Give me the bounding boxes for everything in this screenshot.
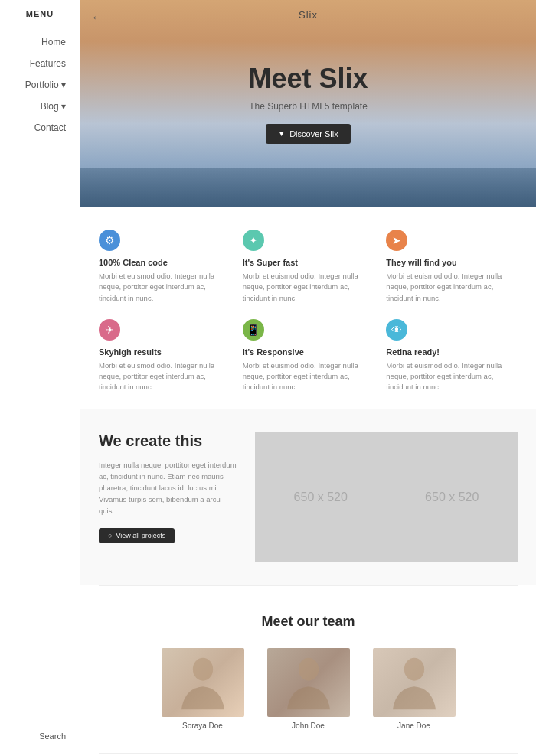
search-link[interactable]: Search <box>39 732 66 741</box>
main-content: ← Slix Meet Slix The Superb HTML5 templa… <box>80 0 536 756</box>
sidebar-item-contact[interactable]: Contact <box>34 122 66 133</box>
team-name-0: Soraya Doe <box>182 722 223 730</box>
view-projects-button[interactable]: ○ View all projects <box>99 528 175 543</box>
feature-item-2: ➤They will find youMorbi et euismod odio… <box>386 230 518 304</box>
team-member-1: John Doe <box>267 648 350 730</box>
team-photo-1 <box>267 648 350 717</box>
feature-item-0: ⚙100% Clean codeMorbi et euismod odio. I… <box>99 230 230 304</box>
portfolio-heading: We create this <box>99 432 237 450</box>
portfolio-description: Integer nulla neque, porttitor eget inte… <box>99 459 237 517</box>
feature-text-1: Morbi et euismod odio. Integer nulla neq… <box>243 271 374 304</box>
portfolio-image-1: 650 x 520 <box>255 432 387 562</box>
feature-text-3: Morbi et euismod odio. Integer nulla neq… <box>99 360 230 393</box>
feature-title-5: Retina ready! <box>386 347 518 357</box>
team-member-0: Soraya Doe <box>162 648 244 730</box>
btn-label: View all projects <box>116 532 165 539</box>
feature-icon-5: 👁 <box>386 319 407 341</box>
feature-title-2: They will find you <box>386 258 518 267</box>
team-section: Meet our team Soraya Doe John Doe Jane D… <box>80 586 536 753</box>
discover-arrow: ▼ <box>278 130 285 138</box>
svg-point-0 <box>192 658 212 681</box>
brand-name: Slix <box>80 9 536 21</box>
hero-heading: Meet Slix <box>248 63 368 95</box>
feature-title-3: Skyhigh results <box>99 347 230 357</box>
feature-icon-0: ⚙ <box>99 230 120 251</box>
team-member-2: Jane Doe <box>373 648 456 730</box>
svg-point-1 <box>298 658 318 681</box>
sidebar-item-home[interactable]: Home <box>41 37 66 47</box>
team-grid: Soraya Doe John Doe Jane Doe <box>99 648 518 730</box>
sidebar-item-blog[interactable]: Blog ▾ <box>41 101 66 112</box>
portfolio-images: 650 x 520 650 x 520 <box>255 432 518 562</box>
svg-point-2 <box>404 658 423 681</box>
feature-item-4: 📱It's ResponsiveMorbi et euismod odio. I… <box>243 319 374 393</box>
features-section: ⚙100% Clean codeMorbi et euismod odio. I… <box>80 207 536 409</box>
feature-title-0: 100% Clean code <box>99 258 230 267</box>
feature-item-1: ✦It's Super fastMorbi et euismod odio. I… <box>243 230 374 304</box>
feature-text-4: Morbi et euismod odio. Integer nulla neq… <box>243 360 374 393</box>
feature-text-2: Morbi et euismod odio. Integer nulla neq… <box>386 271 518 304</box>
team-photo-0 <box>162 648 244 717</box>
feature-icon-2: ➤ <box>386 230 407 251</box>
team-name-1: John Doe <box>292 722 325 730</box>
feature-text-0: Morbi et euismod odio. Integer nulla neq… <box>99 271 230 304</box>
feature-icon-4: 📱 <box>243 319 264 341</box>
feature-icon-3: ✈ <box>99 319 120 341</box>
hero-section: ← Slix Meet Slix The Superb HTML5 templa… <box>80 0 536 207</box>
menu-label: Menu <box>26 9 54 18</box>
team-name-2: Jane Doe <box>397 722 430 730</box>
portfolio-text: We create this Integer nulla neque, port… <box>99 432 237 544</box>
feature-item-3: ✈Skyhigh resultsMorbi et euismod odio. I… <box>99 319 230 393</box>
portfolio-image-2: 650 x 520 <box>387 432 518 562</box>
sidebar-item-portfolio[interactable]: Portfolio ▾ <box>25 80 66 90</box>
feature-title-4: It's Responsive <box>243 347 374 357</box>
btn-icon: ○ <box>108 532 112 539</box>
hero-water-overlay <box>80 168 536 207</box>
team-photo-2 <box>373 648 456 717</box>
discover-label: Discover Slix <box>289 129 338 138</box>
hero-subheading: The Superb HTML5 template <box>249 101 368 112</box>
features-grid: ⚙100% Clean codeMorbi et euismod odio. I… <box>99 230 518 393</box>
sidebar-item-features[interactable]: Features <box>30 58 66 69</box>
feature-item-5: 👁Retina ready!Morbi et euismod odio. Int… <box>386 319 518 393</box>
team-heading: Meet our team <box>99 614 518 630</box>
feature-icon-1: ✦ <box>243 230 264 251</box>
sidebar-nav: HomeFeaturesPortfolio ▾Blog ▾Contact <box>0 37 80 133</box>
portfolio-section: We create this Integer nulla neque, port… <box>80 409 536 585</box>
clients-section: Clients we work for WHISTLERDarktean≡ FO… <box>80 754 536 757</box>
discover-button[interactable]: ▼ Discover Slix <box>266 124 351 144</box>
sidebar: Menu HomeFeaturesPortfolio ▾Blog ▾Contac… <box>0 0 80 756</box>
feature-text-5: Morbi et euismod odio. Integer nulla neq… <box>386 360 518 393</box>
feature-title-1: It's Super fast <box>243 258 374 267</box>
